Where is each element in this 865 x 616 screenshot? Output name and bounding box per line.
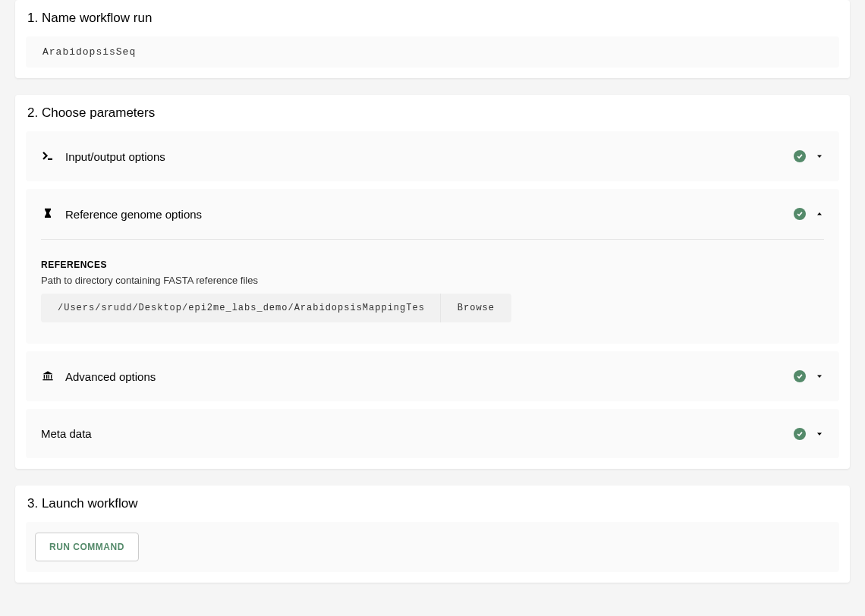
check-circle-icon — [794, 208, 806, 220]
launch-area: RUN COMMAND — [26, 522, 839, 572]
check-circle-icon — [794, 150, 806, 162]
panel-meta-header[interactable]: Meta data — [26, 409, 839, 458]
svg-marker-1 — [817, 156, 822, 159]
references-desc: Path to directory containing FASTA refer… — [41, 275, 824, 286]
step2-title: 2. Choose parameters — [26, 105, 839, 121]
check-circle-icon — [794, 370, 806, 382]
step-parameters-card: 2. Choose parameters Input/output option… — [15, 95, 850, 469]
svg-rect-7 — [51, 375, 52, 379]
step1-title: 1. Name workflow run — [26, 11, 839, 26]
panel-advanced-options: Advanced options — [26, 351, 839, 401]
step3-title: 3. Launch workflow — [26, 496, 839, 511]
panel-io-title: Input/output options — [65, 150, 794, 163]
panel-reference-options: Reference genome options REFERENCES Path… — [26, 189, 839, 344]
references-path-input[interactable] — [58, 303, 423, 313]
svg-rect-8 — [42, 379, 52, 380]
run-name-input-wrap — [26, 36, 839, 68]
panel-reference-header[interactable]: Reference genome options — [26, 189, 839, 239]
caret-down-icon — [815, 429, 824, 438]
caret-down-icon — [815, 372, 824, 381]
svg-marker-10 — [817, 432, 822, 435]
panel-meta-title: Meta data — [41, 427, 794, 440]
browse-button[interactable]: Browse — [440, 294, 511, 322]
panel-advanced-title: Advanced options — [65, 370, 794, 383]
caret-down-icon — [815, 152, 824, 161]
panel-io-header[interactable]: Input/output options — [26, 131, 839, 181]
references-path-wrap — [41, 294, 440, 322]
run-name-input[interactable] — [42, 46, 823, 58]
panel-reference-title: Reference genome options — [65, 208, 794, 221]
check-circle-icon — [794, 428, 806, 440]
caret-up-icon — [815, 209, 824, 218]
institution-icon — [41, 369, 55, 383]
references-label: REFERENCES — [41, 259, 824, 270]
panel-reference-body: REFERENCES Path to directory containing … — [26, 239, 839, 344]
run-command-button[interactable]: RUN COMMAND — [35, 533, 139, 561]
panel-advanced-header[interactable]: Advanced options — [26, 351, 839, 401]
step-name-run-card: 1. Name workflow run — [15, 0, 850, 78]
terminal-icon — [41, 149, 55, 163]
hourglass-icon — [41, 207, 55, 221]
svg-rect-5 — [46, 375, 47, 379]
step-launch-card: 3. Launch workflow RUN COMMAND — [15, 486, 850, 583]
svg-rect-6 — [49, 375, 49, 379]
references-path-row: Browse — [41, 294, 511, 322]
svg-marker-2 — [817, 212, 822, 215]
panel-io-options: Input/output options — [26, 131, 839, 181]
panel-meta-data: Meta data — [26, 409, 839, 458]
svg-marker-3 — [42, 371, 52, 374]
svg-rect-4 — [44, 375, 45, 379]
divider — [41, 239, 824, 240]
svg-marker-9 — [817, 376, 822, 379]
